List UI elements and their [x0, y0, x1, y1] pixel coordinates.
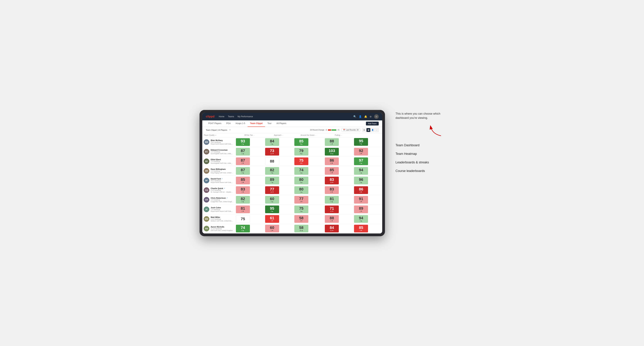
player-cell: EC Edward Crossman 1-5 Handicap Sunningd… — [202, 147, 235, 156]
table-row[interactable]: EE Elliot Ebert 1-5 Handicap Sunningdale… — [202, 156, 382, 166]
table-row[interactable]: MM Matt Miller 6-10 Handicap Woburn Golf… — [202, 214, 382, 224]
table-row[interactable]: AN Aaron Nicholls 11-15 Handicap Drift G… — [202, 224, 382, 233]
search-icon[interactable]: 🔍 — [353, 115, 356, 118]
score-value: 75 2 — [294, 205, 308, 213]
score-cell-1: 84 6 — [264, 137, 293, 147]
table-row[interactable]: BM Blair McHarg Plus Handicap Royal Nort… — [202, 137, 382, 147]
player-name: Chris Robertson ✓ — [211, 197, 234, 199]
player-handicap: 1-5 Handicap — [211, 199, 234, 201]
add-team-button[interactable]: Add Team — [366, 122, 379, 126]
table-row[interactable]: DF David Ford ✓ Plus Handicap Royal Nort… — [202, 176, 382, 185]
player-club: Woburn Golf Club, United Kingdom — [211, 220, 234, 222]
player-name: David Ford ✓ — [211, 178, 234, 180]
trend-up-icon — [272, 172, 273, 174]
user-icon[interactable]: 👤 — [359, 115, 362, 118]
view-toggle: ⊞ ▦ 👤 ↓ — [362, 128, 379, 132]
player-club: Royal North Devon Golf Club, United King… — [211, 143, 234, 145]
table-row[interactable]: CQ Charlie Quick ✓ 6-10 Handicap St. Geo… — [202, 185, 382, 195]
score-cell-2: 77 3 — [293, 195, 324, 204]
last-rounds-button[interactable]: 📅 Last Rounds: 20 — [342, 128, 360, 132]
player-avatar: JC — [204, 206, 209, 212]
player-cell: EE Elliot Ebert 1-5 Handicap Sunningdale… — [202, 156, 235, 166]
player-club: Gog Magog Golf Club, United Kingdom — [211, 172, 234, 174]
table-view-button[interactable]: ▦ — [366, 128, 370, 132]
trend-down-icon — [361, 153, 362, 155]
tab-pgat-players[interactable]: PGAT Players — [206, 120, 224, 127]
score-value: 58 4 — [294, 215, 308, 223]
table-controls: Team Clippd | 14 Players ✏ 20 Round Chan… — [202, 127, 382, 133]
nav-links: Home Teams My Performance — [219, 115, 349, 119]
tab-tour[interactable]: Tour — [265, 120, 274, 127]
score-cell-0: 87 4 — [235, 166, 264, 176]
score-cell-1: 77 14 — [264, 185, 293, 195]
score-value: 83 10 — [325, 177, 339, 184]
score-value: 86 6 — [325, 158, 339, 165]
score-value: 75 — [236, 215, 250, 223]
trend-down-icon — [243, 162, 244, 164]
score-value: 75 3 — [294, 158, 308, 165]
tab-team-clippd[interactable]: Team Clippd — [248, 120, 265, 127]
download-button[interactable]: ↓ — [375, 128, 379, 132]
trend-up-icon — [361, 162, 362, 164]
nav-teams[interactable]: Teams — [228, 115, 234, 119]
tab-pga[interactable]: PGA — [224, 120, 233, 127]
menu-item-0[interactable]: Team Dashboard — [396, 141, 444, 150]
menu-item-1[interactable]: Team Heatmap — [396, 150, 444, 158]
player-name: Josh Coles — [211, 206, 234, 209]
grid-view-button[interactable]: ⊞ — [362, 128, 366, 132]
verified-icon: ✓ — [226, 197, 228, 199]
bell-icon[interactable]: 🔔 — [364, 115, 367, 118]
trend-down-icon — [332, 162, 333, 164]
player-name: Aaron Nicholls — [211, 226, 233, 228]
ipad-screen: clippd Home Teams My Performance 🔍 👤 🔔 ⊕… — [202, 113, 382, 233]
tab-all-players[interactable]: All Players — [274, 120, 289, 127]
edit-icon[interactable]: ✏ — [229, 129, 231, 131]
trend-up-icon — [301, 181, 302, 183]
score-value: 60 2 — [265, 196, 279, 204]
player-avatar: EC — [204, 149, 209, 155]
menu-item-2[interactable]: Leaderboards & streaks — [396, 158, 444, 167]
score-cell-1: 89 7 — [264, 176, 293, 185]
menu-item-3[interactable]: Course leaderboards — [396, 167, 444, 175]
avatar[interactable]: U — [374, 114, 379, 119]
score-value: 97 5 — [354, 158, 368, 165]
player-club: Sunningdale Golf Club, United Kingdom — [211, 162, 234, 164]
score-value: 74 8 — [236, 225, 250, 232]
player-name: Dave Billingham — [211, 168, 234, 170]
score-value: 74 1 — [294, 167, 308, 175]
score-cell-2: 75 3 — [293, 156, 324, 166]
table-row[interactable]: CR Chris Robertson ✓ 1-5 Handicap Craigm… — [202, 195, 382, 204]
player-handicap: 1-5 Handicap — [211, 161, 234, 162]
trend-up-icon — [301, 153, 302, 155]
bar-pos — [332, 129, 336, 131]
score-cell-1: 61 3 — [264, 214, 293, 224]
table-row[interactable]: DB Dave Billingham 1-5 Handicap Gog Mago… — [202, 166, 382, 176]
nav-my-performance[interactable]: My Performance — [238, 115, 253, 119]
tab-hcaps[interactable]: Hcaps 1-5 — [233, 120, 248, 127]
player-handicap: 1-5 Handicap — [211, 209, 234, 210]
player-info: Edward Crossman 1-5 Handicap Sunningdale… — [211, 149, 234, 155]
player-name: Edward Crossman — [211, 149, 234, 151]
score-value: 77 14 — [265, 186, 279, 194]
nav-home[interactable]: Home — [219, 115, 224, 119]
trend-up-icon — [272, 143, 273, 145]
table-row[interactable]: JC Josh Coles 1-5 Handicap Royal North D… — [202, 204, 382, 214]
player-info: Matt Miller 6-10 Handicap Woburn Golf Cl… — [211, 216, 234, 222]
score-value: 86 8 — [354, 186, 368, 194]
score-value: 87 1 — [236, 148, 250, 156]
nav-icons: 🔍 👤 🔔 ⊕ U — [353, 114, 379, 119]
person-view-button[interactable]: 👤 — [371, 128, 374, 132]
trend-up-icon — [243, 172, 244, 174]
score-cell-4: 94 3 — [353, 214, 382, 224]
settings-icon[interactable]: ⊕ — [370, 115, 372, 118]
table-row[interactable]: EC Edward Crossman 1-5 Handicap Sunningd… — [202, 147, 382, 156]
score-cell-0: 87 3 — [235, 156, 264, 166]
outer-container: clippd Home Teams My Performance 🔍 👤 🔔 ⊕… — [200, 110, 444, 236]
sub-nav: PGAT Players PGA Hcaps 1-5 Team Clippd T… — [202, 120, 382, 127]
score-value: 84 21 — [325, 225, 339, 232]
score-value: 88 — [265, 158, 279, 165]
score-value: 73 11 — [265, 148, 279, 156]
score-cell-4: 85 4 — [353, 224, 382, 233]
score-cell-2: 85 8 — [293, 137, 324, 147]
arrow-annotation — [396, 124, 444, 138]
